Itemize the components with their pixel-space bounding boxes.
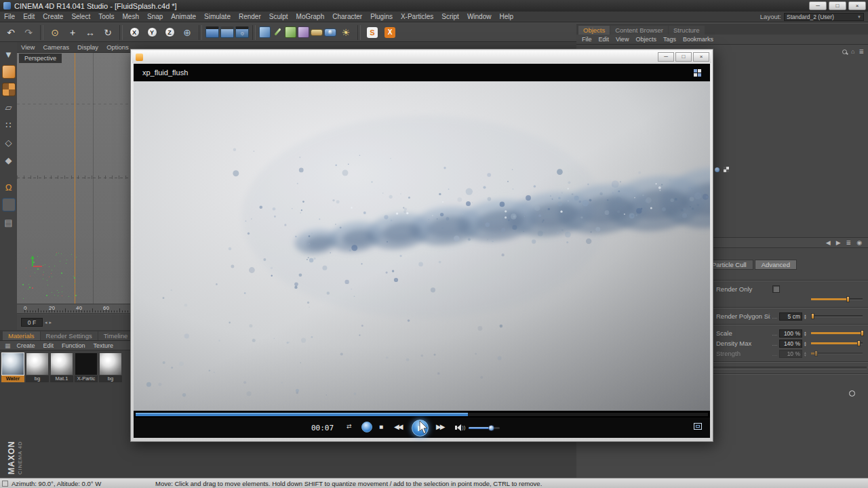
om-menu-file[interactable]: File <box>578 36 595 43</box>
list-icon[interactable]: ≣ <box>846 240 852 246</box>
material-thumbnail[interactable] <box>75 353 97 375</box>
spline-pen-icon[interactable] <box>272 26 283 38</box>
viewport-menu-cameras[interactable]: Cameras <box>39 43 73 51</box>
snap-icon[interactable]: Ω <box>2 180 16 194</box>
menu-file[interactable]: File <box>0 13 19 20</box>
viewport-filter-icon[interactable] <box>2 198 16 211</box>
menu-mesh[interactable]: Mesh <box>119 13 143 20</box>
points-mode-icon[interactable]: ∷ <box>2 118 16 131</box>
layout-select[interactable]: Standard_2 (User) ▼ <box>784 13 864 21</box>
viewport-menu-view[interactable]: View <box>17 43 39 51</box>
materials-menu-edit[interactable]: Edit <box>39 342 58 349</box>
fast-forward-button[interactable]: ▶▶ <box>436 424 443 430</box>
render-settings-icon[interactable] <box>235 26 249 38</box>
menu-window[interactable]: Window <box>463 13 496 20</box>
tab-content-browser[interactable]: Content Browser <box>610 26 668 35</box>
menu-animate[interactable]: Animate <box>167 13 200 20</box>
floor-icon[interactable] <box>311 29 323 36</box>
polygons-mode-icon[interactable]: ◆ <box>2 153 16 167</box>
deformers-icon[interactable] <box>298 26 309 38</box>
minimize-button[interactable]: ─ <box>809 1 827 10</box>
filter-icon[interactable]: ≣ <box>859 48 864 55</box>
history-forward-icon[interactable]: ▶ <box>836 240 841 246</box>
menu-mograph[interactable]: MoGraph <box>292 13 329 20</box>
home-icon[interactable]: ⌂ <box>851 48 854 55</box>
menu-sculpt[interactable]: Sculpt <box>265 13 292 20</box>
render-picture-viewer-icon[interactable] <box>220 26 234 38</box>
menu-script[interactable]: Script <box>437 13 463 20</box>
tab-materials[interactable]: Materials <box>3 331 40 340</box>
light-icon[interactable]: ☀ <box>338 24 354 41</box>
item-slider[interactable] <box>811 296 863 302</box>
model-mode-icon[interactable] <box>2 65 16 79</box>
om-menu-view[interactable]: View <box>612 36 632 43</box>
menu-snap[interactable]: Snap <box>143 13 167 20</box>
tab-objects[interactable]: Objects <box>578 26 610 35</box>
strength-value[interactable]: 10 % <box>779 350 802 358</box>
stop-button[interactable]: ■ <box>379 424 383 430</box>
grid-view-icon[interactable] <box>694 69 701 77</box>
material-mat-1[interactable]: Mat.1 <box>50 353 73 382</box>
seek-bar[interactable] <box>135 412 709 417</box>
player-title-bar[interactable]: ─ □ × <box>132 51 711 63</box>
y-axis-button[interactable]: Y <box>144 24 160 41</box>
material-thumbnail[interactable] <box>51 353 73 375</box>
density-max-spinner[interactable]: ▴▾ <box>802 341 808 346</box>
texture-mode-icon[interactable] <box>2 83 16 96</box>
player-close-button[interactable]: × <box>693 52 709 62</box>
material-x-partic[interactable]: X-Partic <box>75 353 98 382</box>
material-thumbnail[interactable] <box>26 353 48 375</box>
camera-icon[interactable] <box>324 28 336 37</box>
density-max-slider[interactable] <box>811 340 863 346</box>
scale-tool-icon[interactable]: ↔ <box>82 24 98 41</box>
menu-plugins[interactable]: Plugins <box>366 13 397 20</box>
menu-character[interactable]: Character <box>328 13 366 20</box>
volume-knob[interactable] <box>488 425 494 431</box>
current-frame-field[interactable]: 0 F <box>21 318 43 327</box>
material-thumbnail[interactable] <box>100 353 121 375</box>
viewport-menu-options[interactable]: Options <box>102 43 133 51</box>
generators-icon[interactable] <box>285 26 296 38</box>
material-water[interactable]: Water <box>1 353 24 382</box>
viewport-menu-display[interactable]: Display <box>73 43 102 51</box>
materials-menu-texture[interactable]: Texture <box>90 342 118 349</box>
loop-icon[interactable]: ⇄ <box>347 424 352 430</box>
search-icon[interactable] <box>842 49 847 54</box>
strength-spinner[interactable]: ▴▾ <box>802 351 808 357</box>
material-bg[interactable]: bg <box>26 353 49 382</box>
menu-tools[interactable]: Tools <box>94 13 118 20</box>
live-selection-icon[interactable]: ⊙ <box>47 24 63 41</box>
materials-menu-create[interactable]: Create <box>13 342 39 349</box>
om-menu-edit[interactable]: Edit <box>595 36 613 43</box>
material-thumbnail[interactable] <box>2 353 24 375</box>
clock-icon[interactable] <box>361 422 372 432</box>
player-maximize-button[interactable]: □ <box>675 52 692 62</box>
density-max-value[interactable]: 140 % <box>779 340 802 348</box>
tab-timeline[interactable]: Timeline <box>98 331 134 340</box>
maximize-button[interactable]: □ <box>829 1 846 10</box>
close-button[interactable]: × <box>848 1 866 10</box>
player-minimize-button[interactable]: ─ <box>658 52 674 62</box>
xparticles-icon[interactable]: X <box>382 24 398 41</box>
frame-prev-button[interactable]: ◂ <box>45 320 47 325</box>
scale-slider[interactable] <box>811 330 863 336</box>
menu-simulate[interactable]: Simulate <box>200 13 235 20</box>
redo-icon[interactable]: ↷ <box>20 24 37 41</box>
volume-slider[interactable] <box>469 427 500 429</box>
video-frame[interactable] <box>134 81 710 411</box>
texture-tag-icon[interactable] <box>724 167 729 172</box>
render-polygon-size-spinner[interactable]: ▴▾ <box>802 314 808 319</box>
expand-icon[interactable] <box>694 423 702 430</box>
render-view-icon[interactable] <box>205 26 219 38</box>
layer-manager-icon[interactable]: ▤ <box>2 216 16 229</box>
frame-next-button[interactable]: ▸ <box>50 320 52 325</box>
tab-render-settings[interactable]: Render Settings <box>41 331 98 340</box>
workplane-mode-icon[interactable]: ▱ <box>2 100 16 114</box>
menu-create[interactable]: Create <box>39 13 67 20</box>
cube-primitive-icon[interactable] <box>259 26 271 38</box>
menu-render[interactable]: Render <box>235 13 265 20</box>
move-tool-icon[interactable]: + <box>64 24 81 41</box>
render-polygon-size-slider[interactable] <box>811 313 863 319</box>
materials-menu-function[interactable]: Function <box>58 342 90 349</box>
material-bg[interactable]: bg <box>99 353 122 382</box>
